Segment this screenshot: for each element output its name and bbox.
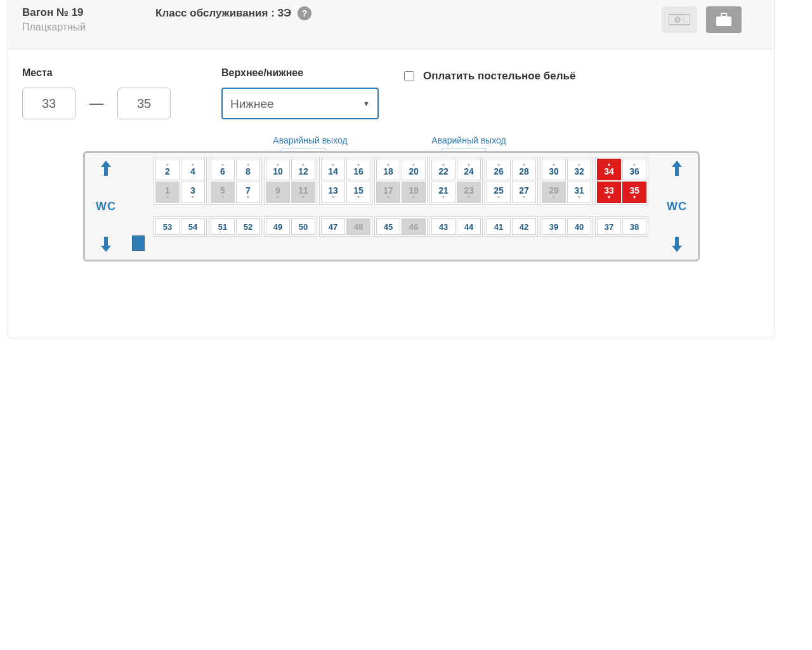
seat-51[interactable]: 51 bbox=[211, 218, 235, 235]
seat-38[interactable]: 38 bbox=[622, 218, 646, 235]
seat-14[interactable]: ▲14 bbox=[321, 159, 345, 180]
seat-42[interactable]: 42 bbox=[512, 218, 536, 235]
svg-text:@: @ bbox=[675, 18, 679, 22]
form-row: Места — Верхнее/нижнее Нижнее Оплатить п… bbox=[8, 50, 775, 126]
help-icon[interactable]: ? bbox=[298, 6, 311, 20]
seat-48[interactable]: 48 bbox=[346, 218, 370, 235]
compartment: ▲1413▼▲1615▼ bbox=[319, 157, 372, 205]
right-endzone: WC bbox=[658, 156, 695, 257]
level-column: Верхнее/нижнее Нижнее bbox=[221, 67, 379, 119]
seat-28[interactable]: ▲28 bbox=[512, 159, 536, 180]
seat-43[interactable]: 43 bbox=[431, 218, 455, 235]
seat-21[interactable]: 21▼ bbox=[431, 182, 455, 203]
exit-bracket-1 bbox=[282, 148, 326, 153]
side-seats-row: 535451524950474845464344414239403738 bbox=[152, 214, 658, 238]
seat-25[interactable]: 25▼ bbox=[487, 182, 511, 203]
seat-31[interactable]: 31▼ bbox=[567, 182, 591, 203]
side-compartment: 3738 bbox=[595, 216, 648, 237]
arrow-up-icon bbox=[671, 159, 683, 177]
seat-41[interactable]: 41 bbox=[487, 218, 511, 235]
seat-36[interactable]: ▲36 bbox=[622, 159, 646, 180]
side-compartment: 3940 bbox=[540, 216, 593, 237]
compartment: ▲109▼▲1211▼ bbox=[264, 157, 317, 205]
exit-label-1: Аварийный выход bbox=[269, 135, 351, 145]
seat-11[interactable]: 11▼ bbox=[291, 182, 315, 203]
side-compartment: 4950 bbox=[264, 216, 317, 237]
seat-17[interactable]: 17▼ bbox=[376, 182, 400, 203]
seat-30[interactable]: ▲30 bbox=[542, 159, 566, 180]
seat-9[interactable]: 9▼ bbox=[266, 182, 290, 203]
seat-34[interactable]: ▲34 bbox=[597, 159, 621, 180]
seat-18[interactable]: ▲18 bbox=[376, 159, 400, 180]
seat-33[interactable]: 33▼ bbox=[597, 182, 621, 203]
compartment: ▲1817▼▲2019▼ bbox=[374, 157, 428, 205]
seat-44[interactable]: 44 bbox=[457, 218, 481, 235]
wagon-type: Плацкартный bbox=[22, 22, 155, 33]
seat-45[interactable]: 45 bbox=[376, 218, 400, 235]
seat-52[interactable]: 52 bbox=[236, 218, 260, 235]
compartment: ▲2625▼▲2827▼ bbox=[485, 157, 538, 205]
seat-40[interactable]: 40 bbox=[567, 218, 591, 235]
compartment: ▲3433▼▲3635▼ bbox=[595, 157, 648, 205]
seat-39[interactable]: 39 bbox=[542, 218, 566, 235]
class-label: Класс обслуживания : 3Э bbox=[155, 7, 291, 20]
seat-29[interactable]: 29▼ bbox=[542, 182, 566, 203]
seat-37[interactable]: 37 bbox=[597, 218, 621, 235]
seat-22[interactable]: ▲22 bbox=[431, 159, 455, 180]
seat-16[interactable]: ▲16 bbox=[346, 159, 370, 180]
side-compartment: 5354 bbox=[154, 216, 207, 237]
seats-column: Места — bbox=[22, 67, 171, 119]
linen-label: Оплатить постельное бельё bbox=[423, 70, 575, 83]
seat-2[interactable]: ▲2 bbox=[155, 159, 180, 180]
seat-49[interactable]: 49 bbox=[266, 218, 290, 235]
eticket-icon: @ bbox=[662, 6, 697, 33]
seat-24[interactable]: ▲24 bbox=[457, 159, 481, 180]
compartment: ▲65▼▲87▼ bbox=[209, 157, 262, 205]
seat-23[interactable]: 23▼ bbox=[457, 182, 481, 203]
wagon-title: Вагон № 19 bbox=[22, 6, 155, 19]
seat-4[interactable]: ▲4 bbox=[181, 159, 205, 180]
side-compartment: 4142 bbox=[485, 216, 538, 237]
luggage-icon bbox=[706, 6, 742, 33]
seat-32[interactable]: ▲32 bbox=[567, 159, 591, 180]
seat-35[interactable]: 35▼ bbox=[622, 182, 646, 203]
arrow-down-icon bbox=[671, 235, 683, 253]
seat-10[interactable]: ▲10 bbox=[266, 159, 290, 180]
compartment: ▲3029▼▲3231▼ bbox=[540, 157, 593, 205]
seat-from-input[interactable] bbox=[22, 88, 75, 119]
seat-20[interactable]: ▲20 bbox=[402, 159, 426, 180]
side-compartment: 4748 bbox=[319, 216, 372, 237]
seat-47[interactable]: 47 bbox=[321, 218, 345, 235]
side-compartment: 4546 bbox=[374, 216, 428, 237]
seat-54[interactable]: 54 bbox=[181, 218, 205, 235]
level-label: Верхнее/нижнее bbox=[221, 67, 379, 79]
seat-15[interactable]: 15▼ bbox=[346, 182, 370, 203]
seat-53[interactable]: 53 bbox=[155, 218, 180, 235]
level-select[interactable]: Нижнее bbox=[221, 88, 379, 119]
seat-7[interactable]: 7▼ bbox=[236, 182, 260, 203]
wagon-panel: Вагон № 19 Плацкартный Класс обслуживани… bbox=[8, 0, 775, 338]
seat-6[interactable]: ▲6 bbox=[211, 159, 235, 180]
seat-12[interactable]: ▲12 bbox=[291, 159, 315, 180]
linen-checkbox[interactable] bbox=[404, 71, 414, 81]
seat-50[interactable]: 50 bbox=[291, 218, 315, 235]
exit-bracket-2 bbox=[442, 148, 486, 153]
wagon-header: Вагон № 19 Плацкартный Класс обслуживани… bbox=[8, 0, 775, 50]
seat-27[interactable]: 27▼ bbox=[512, 182, 536, 203]
seat-26[interactable]: ▲26 bbox=[487, 159, 511, 180]
seat-to-input[interactable] bbox=[117, 88, 171, 119]
seat-8[interactable]: ▲8 bbox=[236, 159, 260, 180]
seat-3[interactable]: 3▼ bbox=[181, 182, 205, 203]
wc-right: WC bbox=[667, 186, 687, 227]
seat-5[interactable]: 5▼ bbox=[211, 182, 235, 203]
seat-46[interactable]: 46 bbox=[402, 218, 426, 235]
service-area bbox=[124, 156, 152, 257]
side-compartment: 4344 bbox=[429, 216, 483, 237]
seat-1[interactable]: 1▼ bbox=[155, 182, 180, 203]
seat-19[interactable]: 19▼ bbox=[402, 182, 426, 203]
svg-rect-4 bbox=[716, 17, 731, 26]
seat-13[interactable]: 13▼ bbox=[321, 182, 345, 203]
linen-column: Оплатить постельное бельё bbox=[404, 67, 575, 119]
wagon-layout: Аварийный выход Аварийный выход WC ▲21▼▲… bbox=[83, 151, 700, 262]
wc-left: WC bbox=[96, 186, 116, 227]
